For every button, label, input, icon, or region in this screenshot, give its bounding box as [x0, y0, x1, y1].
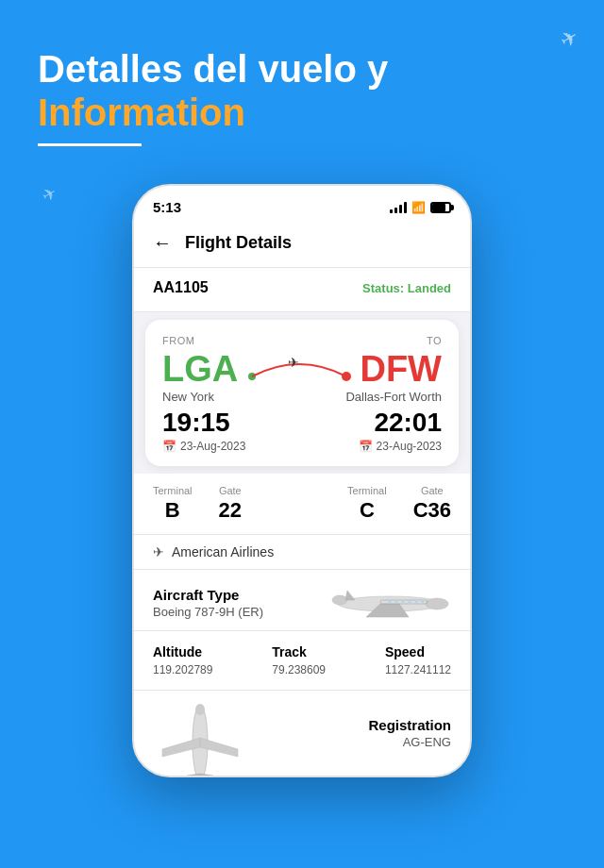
track-stat: Track 79.238609 — [272, 644, 326, 676]
from-time: 19:15 — [162, 408, 230, 438]
header: Detalles del vuelo y Information — [0, 0, 604, 165]
aircraft-section: Aircraft Type Boeing 787-9H (ER) — [134, 570, 470, 631]
from-gate-label: Gate — [219, 485, 242, 496]
registration-value: AG-ENG — [403, 735, 451, 749]
back-button[interactable]: ← — [153, 232, 172, 254]
header-subtitle: Information — [38, 91, 566, 134]
from-gate: Gate 22 — [219, 485, 242, 523]
status-badge: Status: Landed — [362, 281, 451, 295]
to-terminal: Terminal C — [347, 485, 387, 523]
terminal-section: Terminal B Gate 22 Terminal C Gate C36 — [134, 474, 470, 535]
plane-bottom-image — [153, 700, 266, 766]
to-terminal-label: Terminal — [347, 485, 387, 496]
route-times: 19:15 22:01 — [162, 408, 442, 438]
altitude-stat: Altitude 119.202789 — [153, 644, 212, 676]
calendar-icon-from: 📅 — [162, 440, 176, 453]
airline-section: ✈ American Airlines — [134, 535, 470, 570]
aircraft-model: Boeing 787-9H (ER) — [153, 605, 263, 619]
svg-point-11 — [402, 601, 405, 604]
from-date: 📅 23-Aug-2023 — [162, 440, 245, 453]
to-city: Dallas-Fort Worth — [345, 390, 442, 404]
svg-point-2 — [342, 372, 351, 381]
speed-value: 1127.241112 — [385, 663, 451, 676]
nav-bar: ← Flight Details — [134, 223, 470, 268]
signal-icon — [390, 202, 407, 213]
to-gate: Gate C36 — [413, 485, 451, 523]
status-bar: 5:13 📶 — [134, 186, 470, 223]
header-title: Detalles del vuelo y — [38, 47, 566, 91]
track-value: 79.238609 — [272, 663, 326, 676]
speed-stat: Speed 1127.241112 — [385, 644, 451, 676]
svg-point-14 — [422, 601, 425, 604]
to-terminal-value: C — [360, 498, 375, 523]
registration-label: Registration — [368, 717, 451, 733]
to-code: DFW — [360, 351, 442, 387]
svg-point-4 — [426, 598, 448, 609]
nav-title: Flight Details — [185, 233, 292, 253]
route-airports: LGA ✈ DFW — [162, 350, 442, 388]
speed-label: Speed — [385, 644, 451, 659]
from-terminal-value: B — [165, 498, 180, 523]
route-card: FROM TO LGA ✈ DFW New York Dall — [145, 320, 459, 466]
calendar-icon-to: 📅 — [359, 440, 373, 453]
from-gate-value: 22 — [219, 498, 242, 523]
to-time: 22:01 — [374, 408, 442, 438]
track-label: Track — [272, 644, 326, 659]
bg-plane-icon-left: ✈ — [39, 182, 61, 208]
to-label: TO — [427, 335, 442, 346]
from-terminal: Terminal B — [153, 485, 193, 523]
flight-path: ✈ — [238, 350, 360, 388]
svg-marker-7 — [345, 591, 355, 600]
to-gate-label: Gate — [421, 485, 444, 496]
route-header: FROM TO — [162, 335, 442, 346]
stats-section: Altitude 119.202789 Track 79.238609 Spee… — [134, 631, 470, 691]
from-terminal-label: Terminal — [153, 485, 193, 496]
battery-icon — [430, 202, 451, 213]
svg-point-12 — [409, 601, 411, 604]
svg-text:✈: ✈ — [288, 355, 299, 370]
to-date: 📅 23-Aug-2023 — [359, 440, 442, 453]
from-terminal-group: Terminal B Gate 22 — [153, 485, 242, 523]
flight-header: AA1105 Status: Landed — [134, 268, 470, 312]
airline-name: American Airlines — [172, 544, 274, 559]
status-icons: 📶 — [390, 201, 451, 214]
wifi-icon: 📶 — [411, 201, 426, 214]
svg-point-13 — [415, 601, 418, 604]
to-terminal-group: Terminal C Gate C36 — [347, 485, 451, 523]
terminal-row: Terminal B Gate 22 Terminal C Gate C36 — [153, 485, 451, 523]
svg-point-9 — [389, 601, 392, 604]
svg-marker-19 — [200, 774, 213, 777]
registration-info: Registration AG-ENG — [368, 717, 451, 749]
to-gate-value: C36 — [413, 498, 451, 523]
svg-point-10 — [395, 601, 398, 604]
aircraft-label: Aircraft Type — [153, 587, 263, 603]
svg-marker-18 — [187, 774, 200, 777]
from-city: New York — [162, 390, 214, 404]
svg-point-5 — [332, 595, 347, 605]
flight-number: AA1105 — [153, 279, 209, 296]
from-code: LGA — [162, 351, 238, 387]
aircraft-image — [328, 579, 451, 626]
aircraft-info: Aircraft Type Boeing 787-9H (ER) — [153, 587, 263, 619]
route-cities: New York Dallas-Fort Worth — [162, 390, 442, 404]
altitude-label: Altitude — [153, 644, 212, 659]
phone-mockup: 5:13 📶 ← Flight Details AA1105 Status: L… — [132, 184, 472, 777]
route-dates: 📅 23-Aug-2023 📅 23-Aug-2023 — [162, 440, 442, 453]
status-time: 5:13 — [153, 199, 181, 215]
airline-plane-icon: ✈ — [153, 544, 164, 559]
from-label: FROM — [162, 335, 194, 346]
status-label: Status: — [362, 281, 404, 295]
header-underline — [38, 143, 142, 146]
altitude-value: 119.202789 — [153, 663, 212, 676]
registration-section: Registration AG-ENG — [134, 691, 470, 776]
svg-point-20 — [195, 704, 205, 715]
status-value: Landed — [408, 281, 451, 295]
